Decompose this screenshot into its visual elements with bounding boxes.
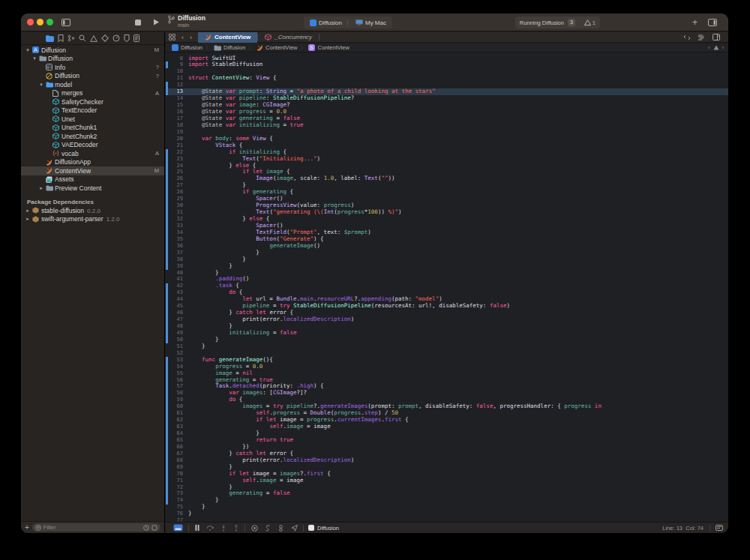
find-icon[interactable]	[79, 34, 86, 42]
tree-item-safetychecker[interactable]: SafetyChecker	[21, 97, 164, 106]
package-item-swift-argument-parser[interactable]: ▸ swift-argument-parser1.2.0	[21, 215, 164, 224]
disclosure-open-icon[interactable]: ▾	[38, 82, 44, 88]
tree-item-unetchunk1[interactable]: UnetChunk1	[21, 124, 164, 133]
tests-icon[interactable]	[101, 34, 109, 42]
package-item-stable-diffusion[interactable]: ▸ stable-diffusion0.2.0	[21, 206, 164, 215]
tree-item-vocab[interactable]: vocabA	[21, 149, 164, 158]
reports-icon[interactable]	[134, 34, 140, 42]
code-line-65[interactable]: 65 return true	[166, 437, 728, 444]
add-item-button[interactable]: +	[25, 523, 29, 532]
navigator-toggle-icon[interactable]	[62, 19, 70, 26]
code-line-68[interactable]: 68 print(error.localizedDescription)	[166, 457, 728, 464]
code-line-39[interactable]: 39 }	[166, 263, 728, 270]
disclosure-closed-icon[interactable]: ▸	[25, 216, 31, 222]
environment-overrides-icon[interactable]	[278, 525, 284, 532]
code-line-41[interactable]: 41 .padding()	[166, 276, 728, 283]
pause-icon[interactable]	[195, 525, 200, 531]
tree-item-diffusion[interactable]: ▾DiffusionM	[21, 46, 164, 55]
project-navigator-icon[interactable]	[46, 35, 54, 42]
code-line-42[interactable]: 42 .task {	[166, 283, 728, 289]
zoom-window-button[interactable]	[46, 19, 53, 25]
code-line-76[interactable]: 76}	[166, 511, 728, 517]
minimize-window-button[interactable]	[37, 19, 44, 25]
tree-item-diffusionapp[interactable]: DiffusionApp	[21, 158, 164, 167]
tree-item-unetchunk2[interactable]: UnetChunk2	[21, 132, 164, 141]
memory-graph-icon[interactable]	[265, 525, 271, 532]
disclosure-closed-icon[interactable]: ▸	[25, 208, 31, 214]
code-line-75[interactable]: 75 }	[166, 504, 728, 511]
tree-item-diffusion[interactable]: Diffusion?	[21, 72, 164, 81]
issues-icon[interactable]	[90, 35, 98, 42]
simulate-location-icon[interactable]	[291, 525, 298, 532]
editor-tab-_concurrency[interactable]: _Concurrency	[258, 32, 319, 43]
stop-button[interactable]	[135, 19, 141, 25]
code-line-18[interactable]: 18 @State var initializing = true	[166, 122, 728, 129]
editor-tab-contentview[interactable]: ContentView	[198, 32, 257, 43]
tree-item-info[interactable]: Info?	[21, 63, 164, 72]
tree-item-preview-content[interactable]: ▸Preview Content	[21, 184, 164, 193]
scm-filter-icon[interactable]	[152, 525, 158, 531]
source-control-icon[interactable]	[68, 34, 75, 42]
disclosure-open-icon[interactable]: ▾	[32, 55, 38, 61]
debug-gauge-icon[interactable]	[112, 34, 120, 42]
code-line-71[interactable]: 71 self.image = image	[166, 478, 728, 484]
view-hierarchy-icon[interactable]	[251, 525, 258, 532]
tab-overview-icon[interactable]	[169, 34, 176, 40]
code-line-20[interactable]: 20 var body: some View {	[166, 136, 728, 142]
code-line-38[interactable]: 38 }	[166, 256, 728, 263]
tree-item-model[interactable]: ▾model	[21, 80, 164, 89]
code-line-40[interactable]: 40 }	[166, 270, 728, 277]
scheme-selector[interactable]: Diffusion 〉 My Mac	[304, 16, 392, 28]
warning-indicator[interactable]: 1	[584, 19, 596, 26]
tree-item-assets[interactable]: Assets	[21, 175, 164, 184]
recent-filter-icon[interactable]	[143, 525, 149, 531]
jump-bar[interactable]: Diffusion〉Diffusion〉ContentView〉SContent…	[166, 43, 728, 52]
editor-mode-icon[interactable]	[716, 525, 723, 531]
tree-item-textencoder[interactable]: TextEncoder	[21, 106, 164, 115]
disclosure-closed-icon[interactable]: ▸	[38, 185, 44, 191]
forward-button[interactable]: ›	[190, 34, 192, 41]
breadcrumb-item-contentview[interactable]: ContentView	[256, 44, 297, 51]
code-line-11[interactable]: 11struct ContentView: View {	[166, 75, 728, 82]
tree-item-merges[interactable]: mergesA	[21, 89, 164, 98]
tree-item-unet[interactable]: Unet	[21, 115, 164, 124]
next-issue-icon[interactable]: ›	[722, 45, 724, 50]
breadcrumb-item-contentview[interactable]: SContentView	[308, 44, 349, 51]
prev-issue-icon[interactable]: ‹	[708, 45, 710, 50]
tree-item-diffusion[interactable]: ▾Diffusion	[21, 55, 164, 64]
code-line-73[interactable]: 73 generating = false	[166, 490, 728, 497]
filter-field[interactable]: Filter	[32, 523, 160, 532]
code-line-51[interactable]: 51 }	[166, 343, 728, 350]
code-line-74[interactable]: 74 }	[166, 497, 728, 504]
step-into-icon[interactable]	[220, 525, 226, 532]
run-button[interactable]	[153, 19, 160, 25]
code-review-icon[interactable]	[683, 34, 691, 40]
step-out-icon[interactable]	[233, 525, 239, 532]
code-line-49[interactable]: 49 initializing = false	[166, 330, 728, 337]
breakpoints-icon[interactable]	[124, 34, 130, 42]
disclosure-open-icon[interactable]: ▾	[25, 47, 31, 53]
issue-warning-icon[interactable]	[713, 45, 719, 50]
code-line-37[interactable]: 37 }	[166, 250, 728, 256]
tree-item-contentview[interactable]: ContentViewM	[21, 166, 164, 175]
code-line-9[interactable]: 9import StableDiffusion	[166, 61, 728, 68]
breadcrumb-item-diffusion[interactable]: Diffusion	[172, 44, 202, 51]
source-code-view[interactable]: 8import SwiftUI9import StableDiffusion10…	[166, 53, 728, 522]
minimap-icon[interactable]	[698, 34, 705, 40]
code-line-26[interactable]: 26 Image(image, scale: 1.0, label: Text(…	[166, 175, 728, 182]
step-over-icon[interactable]	[206, 525, 214, 531]
bookmarks-icon[interactable]	[58, 34, 64, 42]
code-line-58[interactable]: 58 var images: [CGImage?]?	[166, 390, 728, 397]
add-editor-icon[interactable]	[712, 34, 720, 40]
process-indicator[interactable]: Diffusion	[308, 525, 339, 532]
code-line-50[interactable]: 50 }	[166, 337, 728, 343]
close-window-button[interactable]	[27, 19, 34, 25]
inspector-toggle-icon[interactable]	[708, 19, 717, 26]
debug-area-toggle-icon[interactable]	[173, 524, 183, 532]
activity-view[interactable]: Running Diffusion 3 1	[515, 16, 600, 28]
breadcrumb-item-diffusion[interactable]: Diffusion	[214, 44, 245, 51]
back-button[interactable]: ‹	[182, 34, 184, 41]
library-add-button[interactable]: +	[692, 17, 698, 28]
code-line-47[interactable]: 47 print(error.localizedDescription)	[166, 316, 728, 323]
tree-item-vaedecoder[interactable]: VAEDecoder	[21, 141, 164, 150]
